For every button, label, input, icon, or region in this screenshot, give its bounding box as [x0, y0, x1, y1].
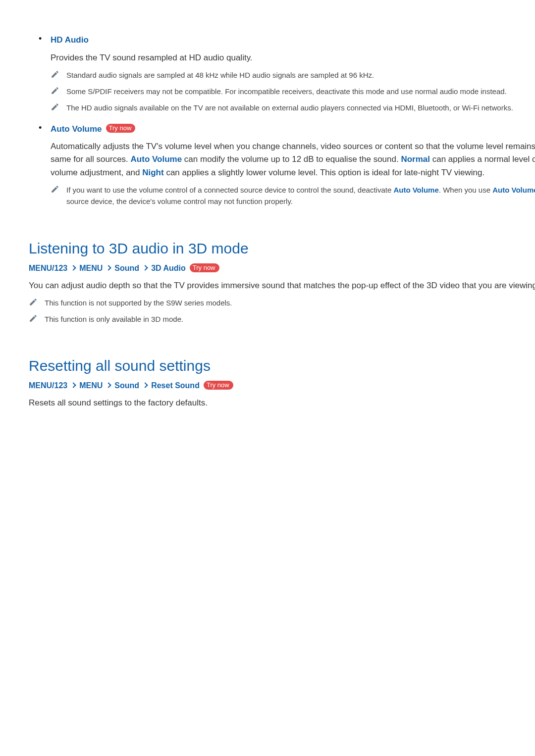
note-text: Standard audio signals are sampled at 48…	[66, 69, 374, 81]
note-text: Some S/PDIF receivers may not be compati…	[66, 86, 507, 97]
av-kw-auto-volume: Auto Volume	[131, 154, 182, 164]
av-note-p1: If you want to use the volume control of…	[66, 186, 393, 194]
try-now-badge[interactable]: Try now	[106, 124, 136, 133]
body-reset-sound: Resets all sound settings to the factory…	[29, 397, 535, 409]
note-row: If you want to use the volume control of…	[51, 184, 535, 207]
breadcrumb-part: MENU/123	[29, 380, 67, 392]
note-row: Some S/PDIF receivers may not be compati…	[51, 86, 535, 97]
heading-reset-sound: Resetting all sound settings	[29, 354, 535, 377]
av-kw-night: Night	[142, 168, 163, 177]
bullet-auto-volume: Auto Volume Try now Automatically adjust…	[51, 123, 535, 207]
note-row: This function is not supported by the S9…	[29, 297, 535, 308]
pencil-note-icon	[51, 70, 59, 79]
pencil-note-icon	[51, 86, 59, 95]
chevron-right-icon	[106, 383, 111, 388]
av-kw-normal: Normal	[401, 154, 430, 164]
hd-audio-label: HD Audio	[51, 34, 89, 47]
breadcrumb-part: Reset Sound	[151, 380, 200, 392]
chevron-right-icon	[70, 383, 76, 388]
note-row: This function is only available in 3D mo…	[29, 313, 535, 325]
auto-volume-label: Auto Volume	[51, 123, 102, 136]
auto-volume-desc: Automatically adjusts the TV's volume le…	[51, 140, 535, 179]
chevron-right-icon	[106, 266, 111, 271]
av-desc-part4: can applies a slightly lower volume leve…	[164, 168, 485, 177]
breadcrumb-part: MENU	[79, 380, 103, 392]
breadcrumb-3d-audio: MENU/123 MENU Sound 3D Audio Try now	[29, 262, 535, 274]
note-row: The HD audio signals available on the TV…	[51, 102, 535, 113]
pencil-note-icon	[29, 314, 38, 323]
av-desc-part2: can modify the volume up to 12 dB to equ…	[182, 154, 401, 164]
chevron-right-icon	[70, 266, 76, 271]
note-text: The HD audio signals available on the TV…	[66, 102, 513, 113]
pencil-note-icon	[51, 102, 59, 111]
note-text-auto-volume: If you want to use the volume control of…	[66, 184, 535, 207]
breadcrumb-part: MENU/123	[29, 262, 67, 274]
note-text: This function is only available in 3D mo…	[45, 313, 183, 325]
bullet-title-hd-audio: HD Audio	[51, 34, 89, 47]
note-text: This function is not supported by the S9…	[45, 297, 232, 308]
heading-3d-audio: Listening to 3D audio in 3D mode	[29, 237, 535, 259]
section-reset-sound: Resetting all sound settings MENU/123 ME…	[29, 354, 535, 409]
breadcrumb-part: Sound	[114, 262, 139, 274]
hd-audio-desc: Provides the TV sound resampled at HD au…	[51, 51, 535, 64]
breadcrumb-part: Sound	[114, 380, 139, 392]
breadcrumb-reset-sound: MENU/123 MENU Sound Reset Sound Try now	[29, 380, 535, 392]
chevron-right-icon	[142, 266, 148, 271]
av-note-kw2: Auto Volume	[492, 186, 535, 194]
bullet-hd-audio: HD Audio Provides the TV sound resampled…	[51, 34, 535, 114]
pencil-note-icon	[29, 298, 38, 306]
body-3d-audio: You can adjust audio depth so that the T…	[29, 279, 535, 292]
chevron-right-icon	[142, 383, 148, 388]
section-3d-audio: Listening to 3D audio in 3D mode MENU/12…	[29, 237, 535, 325]
pencil-note-icon	[51, 185, 59, 194]
note-row: Standard audio signals are sampled at 48…	[51, 69, 535, 81]
try-now-badge[interactable]: Try now	[190, 263, 219, 272]
breadcrumb-part: MENU	[79, 262, 103, 274]
try-now-badge[interactable]: Try now	[204, 381, 233, 390]
bullet-title-auto-volume: Auto Volume Try now	[51, 123, 135, 136]
av-note-kw1: Auto Volume	[393, 186, 438, 194]
av-note-p2: . When you use	[439, 186, 492, 194]
breadcrumb-part: 3D Audio	[151, 262, 186, 274]
